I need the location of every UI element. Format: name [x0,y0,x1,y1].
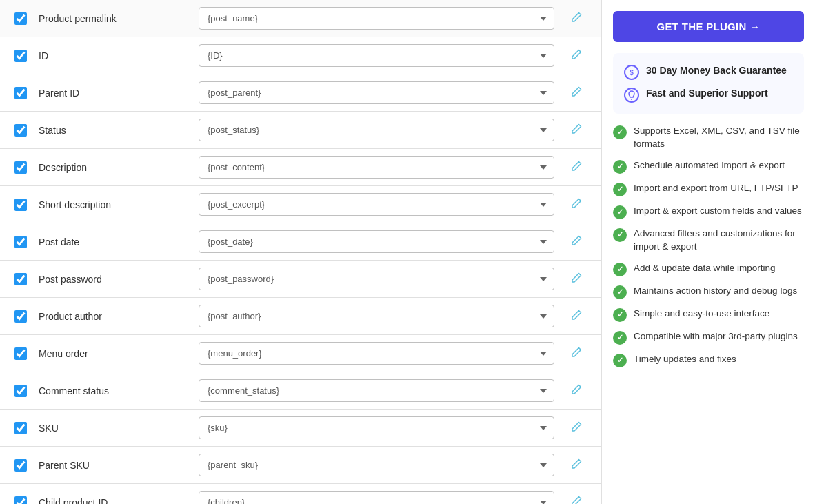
select-cell-product-permalink: {post_name} [199,7,554,30]
select-post-date[interactable]: {post_date} [199,230,554,253]
label-child-product-id: Child product ID [39,497,190,505]
checkbox-post-date[interactable] [14,236,27,248]
checkbox-comment-status[interactable] [14,385,27,397]
edit-icon-id[interactable] [571,49,582,63]
fields-table: Product permalink {post_name} ID [0,0,601,504]
select-status[interactable]: {post_status} [199,119,554,141]
checkbox-parent-id[interactable] [14,87,27,99]
checkbox-cell-id [11,50,30,62]
support-icon [624,88,639,103]
label-description: Description [39,162,190,173]
checkbox-product-permalink[interactable] [14,12,27,25]
select-cell-id: {ID} [199,44,554,67]
svg-text:$: $ [630,69,634,77]
select-parent-sku[interactable]: {parent_sku} [199,454,554,476]
feature-text: Simple and easy-to-use interface [634,308,769,321]
checkbox-cell-product-author [11,310,30,323]
checkbox-description[interactable] [14,161,27,174]
select-cell-description: {post_content} [199,156,554,179]
edit-icon-child-product-id[interactable] [571,496,582,505]
action-cell-child-product-id [563,496,590,505]
table-row: Description {post_content} [0,149,601,186]
feature-item: Simple and easy-to-use interface [613,308,804,322]
feature-item: Add & update data while importing [613,262,804,276]
edit-icon-post-date[interactable] [571,235,582,249]
edit-icon-description[interactable] [571,161,582,174]
checkbox-post-password[interactable] [14,273,27,285]
select-cell-short-description: {post_excerpt} [199,193,554,216]
table-row: Parent ID {post_parent} [0,74,601,112]
edit-icon-comment-status[interactable] [571,384,582,398]
edit-icon-short-description[interactable] [571,198,582,212]
label-id: ID [39,50,190,61]
action-cell-parent-id [563,86,590,100]
action-cell-id [563,49,590,63]
table-row: Short description {post_excerpt} [0,186,601,223]
feature-text: Schedule automated import & export [634,159,785,172]
checkbox-sku[interactable] [14,422,27,434]
check-icon [613,160,627,174]
select-cell-parent-id: {post_parent} [199,81,554,104]
label-comment-status: Comment status [39,385,190,396]
check-icon [613,183,627,196]
edit-icon-status[interactable] [571,123,582,137]
edit-icon-product-permalink[interactable] [571,12,582,26]
checkbox-cell-post-password [11,273,30,285]
select-product-permalink[interactable]: {post_name} [199,7,554,30]
check-icon [613,263,627,276]
check-icon [613,205,627,219]
select-description[interactable]: {post_content} [199,156,554,179]
action-cell-sku [563,421,590,435]
table-row: Parent SKU {parent_sku} [0,447,601,484]
check-icon [613,125,627,139]
select-parent-id[interactable]: {post_parent} [199,81,554,104]
checkbox-cell-post-date [11,236,30,248]
edit-icon-product-author[interactable] [571,310,582,323]
checkbox-cell-short-description [11,199,30,211]
check-icon [613,285,627,299]
select-child-product-id[interactable]: {children} [199,491,554,504]
checkbox-cell-status [11,124,30,137]
feature-text: Advanced filters and customizations for … [634,228,804,254]
feature-item: Advanced filters and customizations for … [613,228,804,254]
checkbox-parent-sku[interactable] [14,459,27,472]
select-id[interactable]: {ID} [199,44,554,67]
edit-icon-parent-id[interactable] [571,86,582,100]
label-menu-order: Menu order [39,348,190,359]
checkbox-status[interactable] [14,124,27,137]
action-cell-product-author [563,310,590,323]
checkbox-id[interactable] [14,50,27,62]
action-cell-comment-status [563,384,590,398]
checkbox-product-author[interactable] [14,310,27,323]
edit-icon-menu-order[interactable] [571,347,582,361]
checkbox-cell-menu-order [11,347,30,360]
edit-icon-post-password[interactable] [571,272,582,286]
select-menu-order[interactable]: {menu_order} [199,342,554,365]
label-parent-id: Parent ID [39,88,190,99]
checkbox-cell-product-permalink [11,12,30,25]
svg-point-3 [631,99,632,100]
select-cell-menu-order: {menu_order} [199,342,554,365]
select-short-description[interactable]: {post_excerpt} [199,193,554,216]
page-layout: Product permalink {post_name} ID [0,0,815,504]
table-row: Post password {post_password} [0,261,601,298]
feature-text: Supports Excel, XML, CSV, and TSV file f… [634,125,804,151]
checkbox-short-description[interactable] [14,199,27,211]
label-product-author: Product author [39,311,190,322]
table-row: SKU {sku} [0,410,601,447]
checkbox-cell-comment-status [11,385,30,397]
check-icon [613,331,627,345]
edit-icon-sku[interactable] [571,421,582,435]
checkbox-cell-parent-id [11,87,30,99]
select-sku[interactable]: {sku} [199,416,554,439]
checkbox-child-product-id[interactable] [14,496,27,505]
select-post-password[interactable]: {post_password} [199,268,554,290]
select-product-author[interactable]: {post_author} [199,305,554,327]
get-plugin-button[interactable]: GET THE PLUGIN → [613,11,804,42]
action-cell-description [563,161,590,174]
select-comment-status[interactable]: {comment_status} [199,379,554,402]
feature-item: Supports Excel, XML, CSV, and TSV file f… [613,125,804,151]
checkbox-menu-order[interactable] [14,347,27,360]
edit-icon-parent-sku[interactable] [571,458,582,472]
checkbox-cell-description [11,161,30,174]
